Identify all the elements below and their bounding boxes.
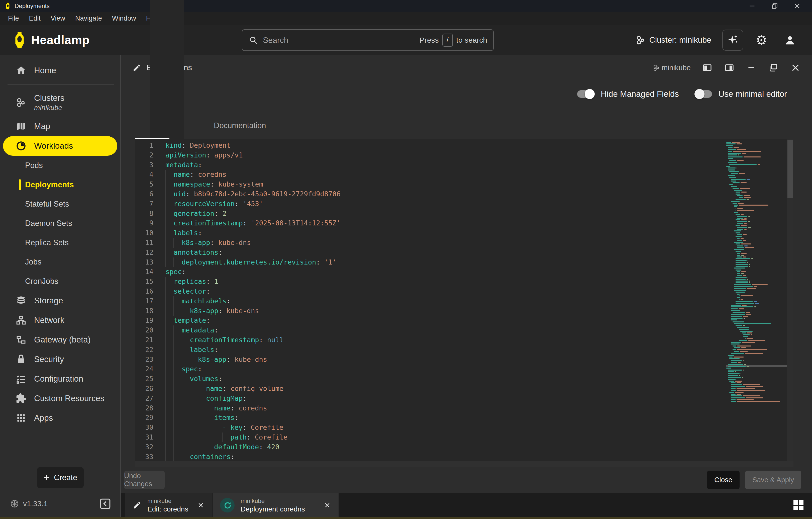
minimap-line [726, 397, 787, 399]
code-line[interactable]: 17matchLabels: [135, 296, 726, 306]
panel-detach-button[interactable] [768, 62, 779, 73]
code-line[interactable]: 19template: [135, 316, 726, 325]
bottom-tab-edit-coredns[interactable]: minikube Edit: coredns [125, 493, 212, 517]
editor-scrollbar[interactable] [787, 139, 793, 461]
code-line[interactable]: 28name: coredns [135, 403, 726, 413]
sidebar-item-security[interactable]: Security [3, 350, 117, 369]
code-line[interactable]: 22labels: [135, 345, 726, 355]
code-line[interactable]: 6uid: b8b9c78d-2ebc-45a0-9619-2729fd9d87… [135, 189, 726, 199]
window-minimize-button[interactable] [741, 0, 763, 12]
sidebar-item-apps[interactable]: Apps [3, 408, 117, 428]
indent-guide [182, 384, 190, 394]
toggle-switch-off[interactable] [695, 90, 712, 98]
use-minimal-editor-toggle[interactable]: Use minimal editor [695, 89, 787, 99]
editor-minimap[interactable] [726, 139, 787, 461]
code-line[interactable]: 24spec: [135, 364, 726, 374]
sidebar-item-network[interactable]: Network [3, 310, 117, 330]
code-line[interactable]: 13deployment.kubernetes.io/revision: '1' [135, 257, 726, 267]
code-line[interactable]: 10labels: [135, 228, 726, 238]
code-line[interactable]: 21creationTimestamp: null [135, 335, 726, 345]
panel-minimize-button[interactable] [746, 62, 757, 73]
window-layout-grid-button[interactable] [791, 498, 806, 513]
sidebar-item-pods[interactable]: Pods [0, 156, 120, 175]
panel-close-button[interactable] [790, 62, 801, 73]
code-line[interactable]: 1kind: Deployment [135, 141, 726, 151]
code-area[interactable]: 1kind: Deployment2apiVersion: apps/v13me… [135, 139, 726, 461]
scrollbar-thumb[interactable] [787, 140, 793, 198]
code-line[interactable]: 29items: [135, 413, 726, 423]
tab-close-icon[interactable] [323, 501, 331, 509]
sidebar-item-label: Home [34, 66, 56, 75]
code-line[interactable]: 27configMap: [135, 394, 726, 403]
code-line[interactable]: 7resourceVersion: '453' [135, 199, 726, 209]
menu-view[interactable]: View [47, 13, 69, 24]
sidebar-item-configuration[interactable]: Configuration [3, 369, 117, 389]
code-line[interactable]: 25volumes: [135, 374, 726, 384]
tab-documentation[interactable]: Documentation [214, 121, 266, 139]
sidebar-item-jobs[interactable]: Jobs [0, 252, 120, 272]
close-button[interactable]: Close [707, 471, 740, 489]
window-restore-button[interactable] [763, 0, 786, 12]
tab-close-icon[interactable] [197, 501, 204, 509]
sidebar-item-deployments[interactable]: Deployments [0, 175, 120, 194]
sidebar-item-home[interactable]: Home [3, 61, 117, 80]
code-line[interactable]: 30- key: Corefile [135, 423, 726, 433]
undo-changes-button[interactable]: Undo Changes [124, 471, 165, 489]
indent-guide [166, 345, 173, 355]
settings-button[interactable]: ⚙ [751, 30, 772, 51]
code-line[interactable]: 32defaultMode: 420 [135, 442, 726, 452]
minimap-line [726, 160, 787, 161]
sidebar-item-custom-resources[interactable]: Custom Resources [3, 389, 117, 408]
sidebar-item-replica-sets[interactable]: Replica Sets [0, 233, 120, 252]
hide-managed-fields-toggle[interactable]: Hide Managed Fields [577, 89, 679, 99]
menu-file[interactable]: File [4, 13, 23, 24]
code-line[interactable]: 20metadata: [135, 325, 726, 335]
minimap-line [726, 297, 787, 299]
code-line[interactable]: 5namespace: kube-system [135, 180, 726, 189]
yaml-editor[interactable]: 1kind: Deployment2apiVersion: apps/v13me… [135, 139, 793, 461]
user-account-button[interactable] [779, 30, 801, 51]
code-line[interactable]: 15replicas: 1 [135, 277, 726, 286]
ai-assistant-button[interactable] [722, 30, 743, 51]
sidebar-item-map[interactable]: Map [3, 116, 117, 136]
bottom-tab-deployment-coredns[interactable]: minikube Deployment coredns [212, 493, 339, 517]
menu-edit[interactable]: Edit [25, 13, 45, 24]
search-input[interactable]: Search Press / to search [242, 29, 494, 51]
toggle-switch-on[interactable] [577, 90, 594, 98]
menu-navigate[interactable]: Navigate [71, 13, 106, 24]
sidebar-item-clusters[interactable]: Clustersminikube [3, 88, 117, 116]
code-line[interactable]: 4name: coredns [135, 170, 726, 180]
code-line[interactable]: 31path: Corefile [135, 433, 726, 442]
tab-editor[interactable]: Editor [150, 0, 184, 139]
sidebar-item-cronjobs[interactable]: CronJobs [0, 272, 120, 291]
code-line[interactable]: 26- name: config-volume [135, 384, 726, 394]
code-line[interactable]: 12annotations: [135, 248, 726, 257]
minimap-line [726, 245, 787, 247]
indent-guide [166, 170, 173, 180]
window-close-button[interactable] [786, 0, 809, 12]
code-line[interactable]: 8generation: 2 [135, 209, 726, 219]
code-line[interactable]: 23k8s-app: kube-dns [135, 355, 726, 364]
sidebar-item-workloads[interactable]: Workloads [3, 136, 117, 156]
sidebar-item-label: Replica Sets [25, 238, 69, 247]
sidebar-item-daemon-sets[interactable]: Daemon Sets [0, 214, 120, 233]
sidebar-collapse-button[interactable] [99, 497, 112, 510]
code-line[interactable]: 14spec: [135, 267, 726, 277]
code-line[interactable]: 2apiVersion: apps/v1 [135, 151, 726, 160]
code-line[interactable]: 9creationTimestamp: '2025-08-13T14:12:55… [135, 218, 726, 228]
editor-horizontal-scrollbar[interactable] [135, 461, 793, 467]
create-button[interactable]: + Create [37, 467, 84, 488]
code-line[interactable]: 33containers: [135, 452, 726, 461]
sidebar-item-storage[interactable]: Storage [3, 291, 117, 310]
code-line[interactable]: 3metadata: [135, 160, 726, 170]
code-line[interactable]: 16selector: [135, 286, 726, 296]
dock-right-button[interactable] [724, 62, 735, 73]
cluster-chooser-button[interactable]: Cluster: minikube [635, 35, 711, 45]
code-line[interactable]: 11k8s-app: kube-dns [135, 238, 726, 248]
sidebar-item-gateway-beta[interactable]: Gateway (beta) [3, 330, 117, 350]
menu-window[interactable]: Window [108, 13, 140, 24]
dock-left-button[interactable] [702, 62, 713, 73]
sidebar-item-stateful-sets[interactable]: Stateful Sets [0, 194, 120, 214]
save-apply-button[interactable]: Save & Apply [745, 471, 801, 489]
code-line[interactable]: 18k8s-app: kube-dns [135, 306, 726, 316]
